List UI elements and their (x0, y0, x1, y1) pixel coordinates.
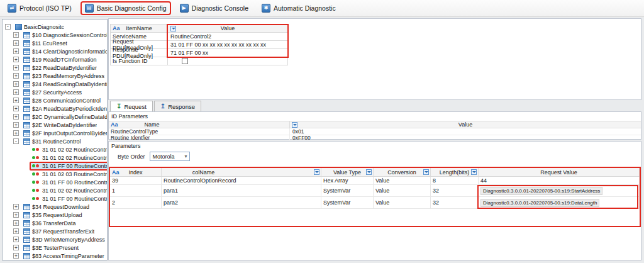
expand-icon[interactable]: + (13, 81, 19, 87)
tree-item[interactable]: +$35 RequestUpload (3, 211, 107, 219)
expand-icon[interactable]: + (13, 114, 19, 120)
tree-item[interactable]: +$14 ClearDiagnosticInformation (3, 47, 107, 55)
tree-item[interactable]: +$28 CommunicationControl (3, 96, 107, 104)
tree-item[interactable]: 31 01 FF 00 RoutineControl2 (3, 162, 107, 170)
green-dot-icon (32, 148, 35, 151)
id-param-value-cell[interactable]: 0xFF00 (289, 135, 641, 142)
tree-item[interactable]: 31 01 02 02 RoutineControl (3, 145, 107, 154)
tree-item-content: $14 ClearDiagnosticInformation (21, 47, 108, 56)
id-value-column-header[interactable]: Value (289, 121, 641, 128)
expand-icon[interactable]: + (13, 106, 19, 111)
item-row-is-function-id[interactable]: Is Function ID (110, 57, 288, 65)
column-header-request-value[interactable]: Request Value (479, 168, 640, 176)
sysvar-start-address-value[interactable]: Diagnostic0.3.0.0.01-20220705-00.s19:Sta… (480, 187, 602, 195)
filter-icon[interactable] (314, 169, 319, 175)
param-row-para1[interactable]: 1 para1 SystemVar Value 32 Diagnostic0.3… (110, 185, 640, 197)
sysvar-data-length-value[interactable]: Diagnostic0.3.0.0.01-20220705-00.s19:Dat… (480, 199, 599, 207)
tree-item[interactable]: +$23 ReadMemoryByAddress (3, 72, 107, 80)
expand-icon[interactable]: + (13, 220, 19, 226)
is-function-id-checkbox[interactable] (182, 58, 188, 64)
tree-item[interactable]: +$2C DynamicallyDefineDataIdent (3, 113, 107, 121)
tree-item[interactable]: +$3E TesterPresent (3, 243, 107, 252)
tree-item[interactable]: +$2E WriteDataByIdentifier (3, 121, 107, 129)
tree-item[interactable]: -$31 RoutineControl (3, 137, 107, 145)
tree-item[interactable]: +$37 RequestTransferExit (3, 227, 107, 235)
tree-item[interactable]: 31 01 02 03 RoutineControl3 (3, 170, 107, 178)
tree-item[interactable]: +$19 ReadDTCInformation (3, 55, 107, 64)
toolbar-item-protocol[interactable]: ⇄ Protocol (ISO TP) (4, 3, 75, 14)
expand-icon[interactable]: + (13, 73, 19, 79)
expand-icon[interactable]: + (13, 122, 19, 128)
expand-icon[interactable]: + (13, 130, 19, 136)
id-name-column-header[interactable]: Aa Name (109, 121, 289, 128)
tree-item[interactable]: +$11 EcuReset (3, 39, 107, 47)
tree-item[interactable]: +$84 SecuredDataTransmission (3, 260, 107, 260)
collapse-icon[interactable]: - (13, 138, 19, 144)
tree-item[interactable]: +$22 ReadDataByIdentifier (3, 64, 107, 72)
tree-item[interactable]: +$34 RequestDownload (3, 203, 107, 211)
tab-response[interactable]: ↥ Response (154, 101, 201, 111)
byte-order-select[interactable]: Motorola ▾ (150, 152, 190, 161)
param-row-para2[interactable]: 2 para2 SystemVar Value 32 Diagnostic0.3… (110, 197, 640, 209)
toolbar-item-label: Protocol (ISO TP) (19, 4, 72, 12)
expand-icon[interactable]: + (13, 237, 19, 242)
filter-icon[interactable] (170, 26, 176, 31)
tree-item[interactable]: 31 01 02 02 RoutineControl5 (3, 186, 107, 194)
tree-item[interactable]: 31 01 FF 00 RoutineControl6 (3, 194, 107, 203)
filter-icon[interactable] (366, 169, 372, 175)
request-pdu-value-cell[interactable]: 31 01 FF 00 xx xx xx xx xx xx xx xx xx (167, 41, 287, 48)
servicename-value-cell[interactable]: RoutineControl2 (167, 33, 287, 40)
expand-icon[interactable]: + (13, 48, 19, 54)
expand-icon[interactable]: + (13, 253, 19, 259)
expand-icon[interactable]: + (13, 57, 19, 62)
collapse-icon[interactable]: - (5, 24, 11, 30)
tree-item-label: $19 ReadDTCInformation (32, 57, 97, 63)
tree-item[interactable]: +$10 DiagnosticSessionControl (3, 31, 107, 39)
column-header-value-type[interactable]: Value Type (321, 168, 374, 176)
param-row-routinecontroloptionrecord[interactable]: 39 RoutineControlOptionRecord Hex Array … (110, 177, 640, 185)
toolbar-item-diagnostic-console[interactable]: ▶ Diagnostic Console (177, 3, 252, 14)
filter-icon[interactable] (423, 169, 429, 175)
column-header-colname[interactable]: colName (162, 168, 321, 176)
tree-item[interactable]: +$83 AccessTimingParameter (3, 252, 107, 260)
param-request-value-cell[interactable]: Diagnostic0.3.0.0.01-20220705-00.s19:Sta… (479, 185, 640, 196)
column-header-index[interactable]: Aa Index (110, 168, 162, 176)
toolbar-item-basic-diagnostic-config[interactable]: ▤ Basic Diagnostic Config (82, 3, 170, 14)
tree-item[interactable]: +$2A ReadDataByPeriodicIdentifie (3, 104, 107, 113)
tree-item[interactable]: +$24 ReadScalingDataByIdentifier (3, 80, 107, 88)
tree-item[interactable]: +$3D WriteMemoryByAddress (3, 235, 107, 243)
response-pdu-value-cell[interactable]: 71 01 FF 00 xx (167, 49, 287, 57)
tree-item[interactable]: -BasicDiagnositc (3, 23, 107, 31)
tree-item[interactable]: 31 01 02 02 RoutineControl1 (3, 154, 107, 162)
toolbar-item-automatic-diagnostic[interactable]: ✱ Automatic Diagnostic (258, 3, 339, 14)
expand-icon[interactable]: + (13, 212, 19, 218)
service-table-icon (23, 57, 30, 63)
param-request-value-cell[interactable]: Diagnostic0.3.0.0.01-20220705-00.s19:Dat… (479, 197, 640, 208)
id-param-value-cell[interactable]: 0x01 (289, 128, 641, 135)
protocol-icon: ⇄ (8, 4, 16, 13)
expand-icon[interactable]: + (13, 228, 19, 234)
filter-icon[interactable] (471, 169, 477, 175)
expand-icon[interactable]: + (13, 245, 19, 250)
tree-item[interactable]: +$36 TransferData (3, 219, 107, 227)
expand-icon[interactable]: + (13, 204, 19, 210)
tree-item[interactable]: 31 01 FF 00 RoutineControl4 (3, 178, 107, 186)
expand-icon[interactable]: + (13, 98, 19, 103)
tree-item[interactable]: +$2F InputOutputControlByIdenti (3, 129, 107, 137)
id-param-name: Routine Identfier (109, 135, 289, 142)
expand-icon[interactable]: + (13, 65, 19, 70)
param-request-value-cell[interactable]: 44 (479, 177, 640, 184)
item-row-response-pdu[interactable]: Response PDU[ReadOnly] 71 01 FF 00 xx (110, 49, 288, 57)
tab-request[interactable]: ↧ Request (110, 101, 153, 111)
expand-icon[interactable]: + (13, 32, 19, 38)
item-name-column-header[interactable]: Aa ItemName (111, 25, 167, 32)
id-param-row-routinecontroltype[interactable]: RoutineControlType 0x01 (109, 128, 641, 135)
column-header-conversion[interactable]: Conversion (374, 168, 431, 176)
column-header-length-bits[interactable]: Length(bits) (431, 168, 479, 176)
expand-icon[interactable]: + (13, 89, 19, 95)
item-value-column-header[interactable]: Value (167, 25, 287, 32)
service-tree[interactable]: -BasicDiagnositc+$10 DiagnosticSessionCo… (2, 19, 108, 260)
tree-item[interactable]: +$27 SecurityAccess (3, 88, 107, 96)
filter-icon[interactable] (292, 122, 297, 128)
expand-icon[interactable]: + (13, 40, 19, 46)
